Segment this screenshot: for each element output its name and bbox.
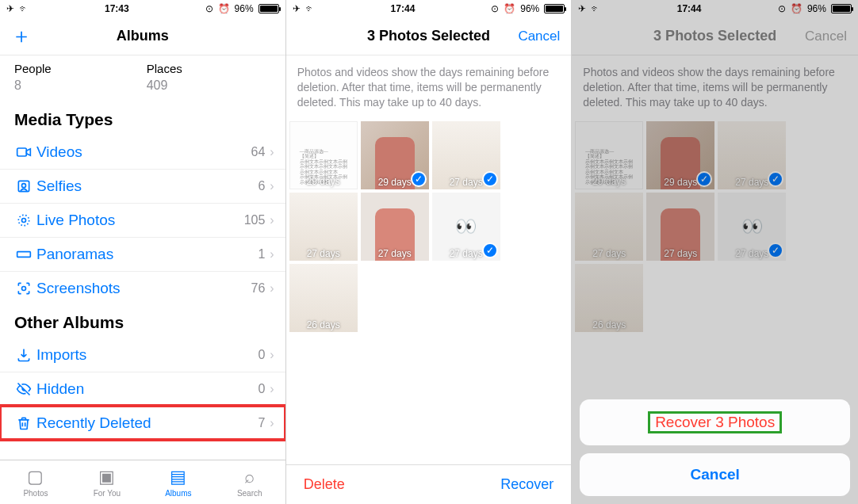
other-album-row[interactable]: Hidden0› xyxy=(0,372,285,406)
other-album-row[interactable]: Imports0› xyxy=(0,338,285,372)
other-album-label: Recently Deleted xyxy=(36,414,258,432)
chevron-icon: › xyxy=(270,247,274,262)
lock-icon: ⊙ xyxy=(205,3,213,14)
alarm-icon: ⏰ xyxy=(504,3,515,14)
chevron-icon: › xyxy=(270,348,274,362)
selection-checkmark-icon: ✓ xyxy=(696,171,712,187)
tab-albums[interactable]: ▤Albums xyxy=(143,460,214,504)
cancel-button[interactable]: Cancel xyxy=(512,29,560,44)
photo-thumbnail[interactable]: 27 days✓ xyxy=(718,121,786,189)
svg-point-2 xyxy=(22,184,26,188)
action-sheet: Recover 3 Photos Cancel xyxy=(572,391,858,504)
days-remaining-label: 29 days xyxy=(290,176,357,187)
photos-icon: ▢ xyxy=(27,467,44,487)
chevron-icon: › xyxy=(270,213,274,227)
media-type-count: 6 xyxy=(258,179,265,193)
media-type-row[interactable]: Live Photos105› xyxy=(0,203,285,237)
other-album-row[interactable]: Recently Deleted7› xyxy=(0,406,285,440)
svg-point-4 xyxy=(18,215,29,225)
tab-foryou[interactable]: ▣For You xyxy=(71,460,143,504)
status-time: 17:44 xyxy=(391,3,416,14)
other-album-count: 0 xyxy=(258,382,265,396)
battery-percent: 96% xyxy=(520,3,539,14)
status-time: 17:43 xyxy=(105,3,129,14)
tab-search[interactable]: ⌕Search xyxy=(214,460,285,504)
navbar: ＋ Albums xyxy=(0,17,285,55)
tab-bar: ▢Photos ▣For You ▤Albums ⌕Search xyxy=(0,460,285,504)
chevron-icon: › xyxy=(270,145,274,159)
media-type-label: Screenshots xyxy=(36,280,251,297)
photo-thumbnail[interactable]: 27 days xyxy=(646,193,714,261)
lock-icon: ⊙ xyxy=(491,3,499,14)
add-button[interactable]: ＋ xyxy=(11,24,32,48)
eyes-icon: 👀 xyxy=(455,216,477,237)
media-type-row[interactable]: Videos64› xyxy=(0,136,285,169)
media-type-row[interactable]: Screenshots76› xyxy=(0,271,285,305)
days-remaining-label: 27 days xyxy=(646,248,714,259)
hidden-icon xyxy=(11,381,36,397)
photo-thumbnail[interactable]: 26 days xyxy=(289,264,358,332)
live-photo-icon xyxy=(11,212,36,228)
actionsheet-cancel-button[interactable]: Cancel xyxy=(580,453,850,496)
delete-button[interactable]: Delete xyxy=(304,476,345,493)
media-type-label: Selfies xyxy=(36,178,258,195)
recover-actionsheet-screen: ✈ ᯤ 17:44 ⊙ ⏰ 96% 3 Photos Selected Canc… xyxy=(572,0,858,504)
battery-icon xyxy=(831,4,852,13)
battery-percent: 96% xyxy=(807,3,826,14)
screenshot-icon xyxy=(11,281,36,296)
status-bar: ✈ ᯤ 17:43 ⊙ ⏰ 96% xyxy=(0,0,285,17)
days-remaining-label: 27 days xyxy=(575,248,643,259)
other-album-label: Hidden xyxy=(36,380,258,398)
photo-thumbnail[interactable]: 27 days xyxy=(361,193,429,261)
photo-thumbnail[interactable]: 27 days xyxy=(575,193,643,261)
recover-photos-button[interactable]: Recover 3 Photos xyxy=(580,399,850,445)
deletion-info-text: Photos and videos show the days remainin… xyxy=(572,55,858,121)
selection-checkmark-icon: ✓ xyxy=(411,171,427,187)
foryou-icon: ▣ xyxy=(98,467,115,487)
selection-checkmark-icon: ✓ xyxy=(482,242,498,258)
other-album-count: 7 xyxy=(258,416,265,430)
import-icon xyxy=(11,347,36,363)
selection-checkmark-icon: ✓ xyxy=(768,171,783,187)
media-type-count: 105 xyxy=(244,213,266,227)
deletion-info-text: Photos and videos show the days remainin… xyxy=(286,55,572,121)
days-remaining-label: 29 days xyxy=(576,176,642,187)
media-type-row[interactable]: Selfies6› xyxy=(0,169,285,203)
people-album-label[interactable]: People xyxy=(14,62,52,75)
photo-thumbnail[interactable]: —商品源选—【简述】示例文本示例文本示例示例文本示例文本示例示例文本示例文本示例… xyxy=(289,121,358,189)
chevron-icon: › xyxy=(270,281,274,296)
status-time: 17:44 xyxy=(677,3,702,14)
selection-checkmark-icon: ✓ xyxy=(482,171,498,187)
photo-thumbnail[interactable]: 29 days✓ xyxy=(361,121,429,189)
photo-thumbnail[interactable]: 27 days✓ xyxy=(432,121,500,189)
svg-point-6 xyxy=(22,287,26,291)
wifi-icon: ᯤ xyxy=(19,3,29,14)
days-remaining-label: 27 days xyxy=(361,248,429,259)
days-remaining-label: 26 days xyxy=(575,319,643,330)
battery-icon xyxy=(544,4,565,13)
places-album-label[interactable]: Places xyxy=(147,62,182,75)
albums-screen: ✈ ᯤ 17:43 ⊙ ⏰ 96% ＋ Albums People 8 xyxy=(0,0,286,504)
photo-thumbnail[interactable]: 👀27 days✓ xyxy=(718,193,786,261)
photo-thumbnail[interactable]: 26 days xyxy=(575,264,643,332)
photo-thumbnail[interactable]: 29 days✓ xyxy=(646,121,714,189)
media-type-row[interactable]: Panoramas1› xyxy=(0,237,285,271)
video-icon xyxy=(11,144,36,160)
svg-rect-0 xyxy=(17,148,27,156)
bottom-toolbar: Delete Recover xyxy=(286,464,572,504)
media-type-label: Videos xyxy=(36,143,251,161)
airplane-icon: ✈ xyxy=(578,3,586,14)
status-bar: ✈ ᯤ 17:44 ⊙ ⏰ 96% xyxy=(286,0,572,17)
page-title: 3 Photos Selected xyxy=(345,28,513,44)
media-type-label: Live Photos xyxy=(36,212,244,229)
recover-button[interactable]: Recover xyxy=(500,476,553,493)
photo-thumbnail[interactable]: 27 days xyxy=(289,193,358,261)
page-title: 3 Photos Selected xyxy=(630,28,799,44)
media-types-header: Media Types xyxy=(0,102,285,136)
other-albums-header: Other Albums xyxy=(0,305,285,338)
tab-photos[interactable]: ▢Photos xyxy=(0,460,71,504)
photo-thumbnail[interactable]: —商品源选—【简述】示例文本示例文本示例示例文本示例文本示例示例文本示例文本示例… xyxy=(575,121,643,189)
photo-thumbnail[interactable]: 👀27 days✓ xyxy=(432,193,500,261)
media-type-count: 64 xyxy=(251,145,266,159)
svg-point-3 xyxy=(22,219,26,223)
